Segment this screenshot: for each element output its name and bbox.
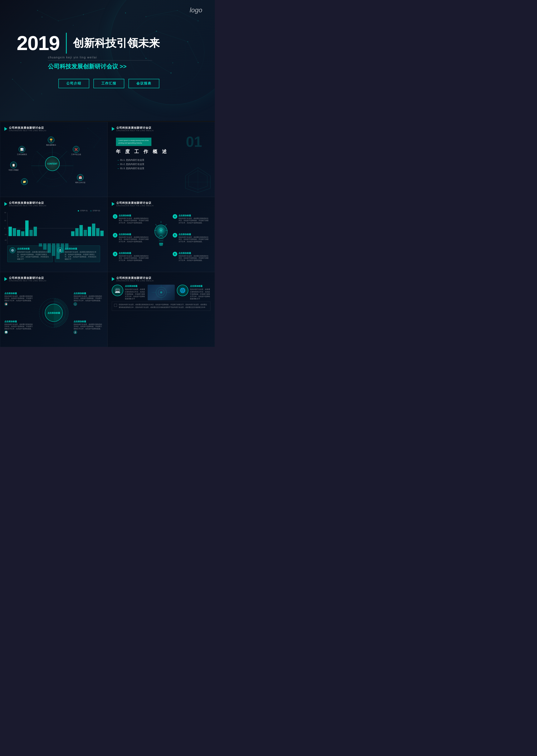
step-6-text: 点击添加标题 您的内容打在这里，或者通过复制您的文本后，在此处中选择粘贴，并选择… [179,252,210,262]
panel-title-block-2: 公司科技发展创新研讨会议 CHUANGXIN KEJI YIN LING WEI… [116,126,154,132]
svg-point-7 [21,62,21,63]
step-3-title: 点击添加标题 [119,252,150,255]
step-1-body: 您的内容打在这里，或者通过复制您的文本后，在此处中选择粘贴，并选择只保留文字文本… [119,218,150,224]
svg-point-4 [145,16,146,17]
step-4-body: 您的内容打在这里，或者通过复制您的文本后，在此处中选择粘贴，并选择只保留文字文本… [179,218,210,224]
constellation-bg [0,0,215,121]
circle-item-bl: 点击添加标题 您的内容打在这里，或者通过复制您的文本后，在此处中选择粘贴，并选择… [4,320,34,334]
bulb-svg [153,217,169,259]
overview-number: 01 [186,135,202,149]
btn-work-report[interactable]: 工作汇报 [94,79,124,88]
btn-company-intro[interactable]: 公司介绍 [59,79,89,88]
svg-point-15 [148,15,186,90]
circle-left-items: 点击添加标题 您的内容打在这里，或者通过复制您的文本后，在此处中选择粘贴，并选择… [4,285,35,341]
svg-point-18 [156,31,157,32]
panel-header-5: 公司科技发展创新研讨会议 CHUANGXIN KEJI YIN LING WEI… [4,276,103,282]
step-3-body: 您的内容打在这里，或者通过复制您的文本后，在此处中选择粘贴，并选择只保留文字文本… [119,255,150,262]
svg-point-17 [129,31,204,73]
step-4-num: 4 [173,214,177,219]
circle-layout: 点击添加标题 您的内容打在这里，或者通过复制您的文本后，在此处中选择粘贴，并选择… [4,285,103,341]
step-4-title: 点击添加标题 [179,214,210,217]
hero-buttons: 公司介绍 工作汇报 会议报表 [59,79,198,88]
panel-title-en-3: CHUANGXIN KEJI YIN LING WEILAI [9,205,46,207]
bars-container [9,213,100,244]
step-2-text: 点击添加标题 您的内容打在这里，或者通过复制您的文本后，在此处中选择粘贴，并选择… [119,233,150,243]
panel-title-cn-4: 公司科技发展创新研讨会议 [116,201,154,205]
step-5-body: 您的内容打在这里，或者通过复制您的文本后，在此处中选择粘贴，并选择只保留文字文本… [179,236,210,243]
panel-triangle-icon [4,127,7,131]
panel-title-cn: 公司科技发展创新研讨会议 [9,126,46,130]
panel-triangle-icon-6 [112,277,115,281]
chart-card-2-body: 您的内容打在这里，或者通过复制您的文本后，在此处中选择粘贴，并选择只保留文字。文… [65,251,98,260]
panel-barchart: 公司科技发展创新研讨会议 CHUANGXIN KEJI YIN LING WEI… [0,197,107,272]
svg-point-0 [37,10,38,11]
overview-item-1: 01-1. 您的内容打在这里 [116,158,206,162]
hero-pinyin: chuangxin keji yin ling weilai [48,56,198,59]
hero-year: 2019 [17,33,60,53]
step-2-title: 点击添加标题 [119,233,150,236]
svg-point-1 [58,21,59,21]
panel-title-block-3: 公司科技发展创新研讨会议 CHUANGXIN KEJI YIN LING WEI… [9,201,46,207]
svg-point-31 [33,100,34,101]
step-5-num: 5 [173,233,177,237]
panel-title-block: 公司科技发展创新研讨会议 CHUANGXIN KEJI YIN LING WEI… [9,126,46,132]
circle-item-br-title: 点击添加标题 [74,320,103,323]
step-5: 5 点击添加标题 您的内容打在这里，或者通过复制您的文本后，在此处中选择粘贴，并… [173,233,210,243]
circle-center-container: 点击添加标题 [37,296,70,329]
chart-steps: STEP 01 STEP 02 [4,210,103,212]
logo: logo [190,6,202,14]
svg-line-55 [155,224,157,226]
step-3-num: 3 [113,252,117,256]
hero-main-title: 创新科技引领未来 [73,37,160,49]
panel-header: 公司科技发展创新研讨会议 CHUANGXIN KEJI YIN LING WEI… [4,126,103,132]
particle [125,13,126,13]
svg-line-10 [59,15,83,21]
step-6-body: 您的内容打在这里，或者通过复制您的文本后，在此处中选择粘贴，并选择只保留文字文本… [179,255,210,262]
panel-title-cn-6: 公司科技发展创新研讨会议 [116,276,154,280]
panel-title-cn-5: 公司科技发展创新研讨会议 [9,276,46,280]
panel-title-block-4: 公司科技发展创新研讨会议 CHUANGXIN KEJI YIN LING WEI… [116,201,154,207]
hero-line [48,60,152,61]
svg-point-32 [23,90,23,90]
panel-title-en-5: CHUANGXIN KEJI YIN LING WEILAI [9,280,46,282]
svg-point-5 [177,10,178,11]
svg-point-3 [104,8,104,9]
wheel-diagram: CONTENT 📋 年度工作概述 📊 工作完成情况 🏆 项目成果展示 ❌ 工作不… [4,135,103,193]
overview-list: 01-1. 您的内容打在这里 01-2. 您的内容打在这里 01-3. 您的内容… [116,158,206,170]
svg-point-14 [129,15,204,90]
hero-conference-title: 公司科技发展创新研讨会议 >> [48,63,198,70]
slides-grid: 公司科技发展创新研讨会议 CHUANGXIN KEJI YIN LING WEI… [0,122,215,347]
step-2-num: 2 [113,233,117,237]
panel-triangle-icon-4 [112,202,115,206]
overview-content: 01 Lorem ipsum is simply dummy text of t… [112,135,210,174]
particle [73,25,73,25]
panel-title-en-2: CHUANGXIN KEJI YIN LING WEILAI [116,130,154,132]
svg-line-11 [83,8,104,15]
bar-chart: 50 30 0 -20 -40 [4,213,103,244]
lorem-text: Lorem ipsum is simply dummy text of the … [118,139,149,144]
step-6-num: 6 [173,252,177,256]
svg-point-30 [12,79,13,80]
btn-meeting-report[interactable]: 会议报表 [128,79,159,88]
particle [173,63,173,63]
panel-title-en-6: CHUANGXIN KEJI YIN LING WEILAI [116,280,154,282]
br-card-1-title: 点击添加标题 [125,285,145,288]
br-card-1-icon: 💻 [112,285,123,296]
circle-item-bl-text: 您的内容打在这里，或者通过复制您的文本后，在此处中选择粘贴，并选择只保留文字文本… [4,323,34,330]
chart-card-2-text: 点击添加标题 您的内容打在这里，或者通过复制您的文本后，在此处中选择粘贴，并选择… [65,247,98,260]
step-1-num: 1 [113,214,117,219]
particle [188,42,188,42]
step-1: 1 点击添加标题 您的内容打在这里，或者通过复制您的文本后，在此处中选择粘贴，并… [113,214,150,224]
panel-header-3: 公司科技发展创新研讨会议 CHUANGXIN KEJI YIN LING WEI… [4,201,103,207]
circle-item-tr-title: 点击添加标题 [74,292,103,295]
panel-header-2: 公司科技发展创新研讨会议 CHUANGXIN KEJI YIN LING WEI… [112,126,210,132]
step-4-text: 点击添加标题 您的内容打在这里，或者通过复制您的文本后，在此处中选择粘贴，并选择… [179,214,210,224]
br-tech-image [148,285,175,300]
svg-line-28 [136,42,146,59]
svg-point-16 [129,42,204,63]
br-bottom-section: 您您的内容打在这里，或者通过复制您的文本后，在此处中选择粘贴，并选择只保留文字。… [112,302,210,311]
step-3: 3 点击添加标题 您的内容打在这里，或者通过复制您的文本后，在此处中选择粘贴，并… [113,252,150,262]
step-6: 6 点击添加标题 您的内容打在这里，或者通过复制您的文本后，在此处中选择粘贴，并… [173,252,210,262]
chart-card-2-title: 点击添加标题 [65,247,98,250]
step-1-text: 点击添加标题 您的内容打在这里，或者通过复制您的文本后，在此处中选择粘贴，并选择… [119,214,150,224]
